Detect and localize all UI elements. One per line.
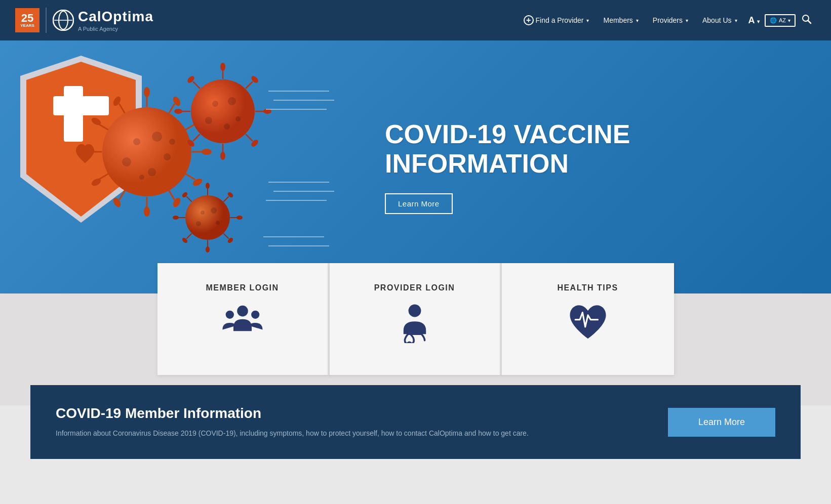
font-a-label: A	[748, 15, 755, 25]
members-arrow: ▾	[636, 18, 639, 23]
svg-point-22	[144, 206, 150, 217]
health-tips-title: HEALTH TIPS	[557, 283, 618, 292]
brand-sub: A Public Agency	[78, 26, 153, 32]
bottom-banner-description: Information about Coronavirus Disease 20…	[56, 428, 638, 439]
translate-button[interactable]: 🌐 AZ ▾	[765, 14, 796, 27]
svg-point-93	[225, 311, 233, 319]
svg-point-68	[236, 216, 243, 220]
svg-point-57	[191, 79, 255, 143]
svg-point-58	[212, 101, 218, 107]
search-button[interactable]	[798, 10, 816, 31]
svg-point-72	[206, 246, 210, 253]
svg-point-61	[205, 117, 212, 124]
svg-line-11	[169, 104, 174, 113]
find-provider-nav[interactable]: + Find a Provider ▾	[518, 11, 596, 29]
brand-name: CalOptima	[78, 9, 153, 25]
hero-title: COVID-19 VACCINE INFORMATION	[385, 120, 630, 178]
health-tips-card[interactable]: HEALTH TIPS	[502, 263, 674, 375]
bottom-banner-text-area: COVID-19 Member Information Information …	[56, 405, 638, 439]
member-login-title: MEMBER LOGIN	[206, 283, 279, 292]
font-size-a[interactable]: A ▾	[745, 11, 763, 30]
svg-line-17	[186, 174, 194, 179]
providers-label: Providers	[653, 16, 683, 24]
translate-arrow: ▾	[788, 18, 790, 23]
svg-line-51	[193, 135, 200, 141]
translate-label: AZ	[779, 17, 786, 23]
years-badge: 25 YEARS	[15, 8, 39, 32]
header: 25 YEARS CalOptima A Public Agency + Fin…	[0, 0, 831, 40]
about-us-nav[interactable]: About Us ▾	[696, 12, 743, 28]
bottom-banner: COVID-19 Member Information Information …	[30, 385, 801, 459]
svg-point-37	[122, 157, 131, 166]
logo-text-group: CalOptima A Public Agency	[78, 9, 153, 32]
bottom-banner-learn-more-button[interactable]: Learn More	[668, 408, 775, 437]
svg-line-55	[193, 82, 200, 88]
about-us-arrow: ▾	[735, 18, 737, 23]
main-nav: + Find a Provider ▾ Members ▾ Providers …	[518, 10, 816, 31]
hero-illustration	[0, 40, 344, 293]
svg-point-10	[144, 87, 150, 97]
svg-line-65	[224, 197, 228, 201]
svg-point-80	[201, 211, 205, 215]
caloptima-logo-icon	[53, 10, 74, 31]
svg-point-83	[196, 221, 201, 226]
svg-point-28	[82, 149, 92, 155]
logo-area: 25 YEARS CalOptima A Public Agency	[15, 8, 153, 33]
provider-login-icon	[392, 303, 438, 350]
svg-point-81	[211, 207, 217, 214]
svg-point-36	[164, 153, 171, 160]
find-provider-arrow: ▾	[586, 18, 589, 23]
svg-point-42	[220, 63, 225, 71]
svg-line-4	[808, 20, 811, 23]
svg-line-43	[246, 82, 252, 88]
svg-point-62	[224, 123, 230, 130]
provider-login-card[interactable]: PROVIDER LOGIN	[330, 263, 502, 375]
hero-content: COVID-19 VACCINE INFORMATION Learn More	[344, 100, 831, 234]
provider-login-title: PROVIDER LOGIN	[374, 283, 455, 292]
svg-line-69	[224, 234, 228, 238]
svg-line-73	[187, 234, 191, 238]
svg-point-35	[152, 132, 162, 142]
find-provider-label: Find a Provider	[536, 16, 584, 24]
providers-arrow: ▾	[686, 18, 688, 23]
plus-icon: +	[524, 15, 534, 25]
svg-point-39	[139, 175, 144, 180]
hero-section: COVID-19 VACCINE INFORMATION Learn More	[0, 40, 831, 293]
svg-line-13	[186, 124, 194, 130]
svg-point-38	[148, 168, 156, 176]
logo-divider	[46, 8, 47, 33]
svg-point-59	[228, 97, 236, 105]
hero-svg-illustration	[0, 40, 344, 293]
svg-point-34	[133, 138, 140, 145]
svg-point-60	[235, 116, 241, 121]
svg-point-94	[251, 311, 259, 319]
svg-point-76	[173, 216, 179, 220]
logo-main: CalOptima A Public Agency	[53, 9, 153, 32]
svg-point-50	[220, 152, 225, 160]
years-label: YEARS	[20, 24, 34, 28]
hero-learn-more-button[interactable]: Learn More	[385, 193, 453, 214]
svg-point-33	[102, 107, 191, 196]
svg-point-79	[185, 195, 230, 240]
svg-line-19	[169, 191, 174, 199]
svg-point-95	[408, 305, 421, 317]
member-login-card[interactable]: MEMBER LOGIN	[157, 263, 330, 375]
font-a-arrow: ▾	[757, 19, 760, 24]
svg-point-92	[237, 306, 248, 317]
about-us-label: About Us	[702, 16, 732, 24]
years-number: 25	[21, 13, 33, 24]
svg-point-64	[206, 183, 210, 189]
svg-line-47	[246, 135, 252, 141]
svg-point-96	[407, 341, 412, 343]
translate-icon: 🌐	[770, 17, 777, 24]
svg-line-77	[187, 197, 191, 201]
bottom-banner-title: COVID-19 Member Information	[56, 405, 638, 422]
members-label: Members	[603, 16, 632, 24]
svg-rect-8	[64, 86, 83, 142]
search-icon	[802, 14, 812, 24]
providers-nav[interactable]: Providers ▾	[647, 12, 694, 28]
member-login-icon	[220, 303, 265, 350]
health-tips-icon	[565, 303, 611, 350]
svg-point-40	[169, 139, 175, 145]
members-nav[interactable]: Members ▾	[597, 12, 644, 28]
